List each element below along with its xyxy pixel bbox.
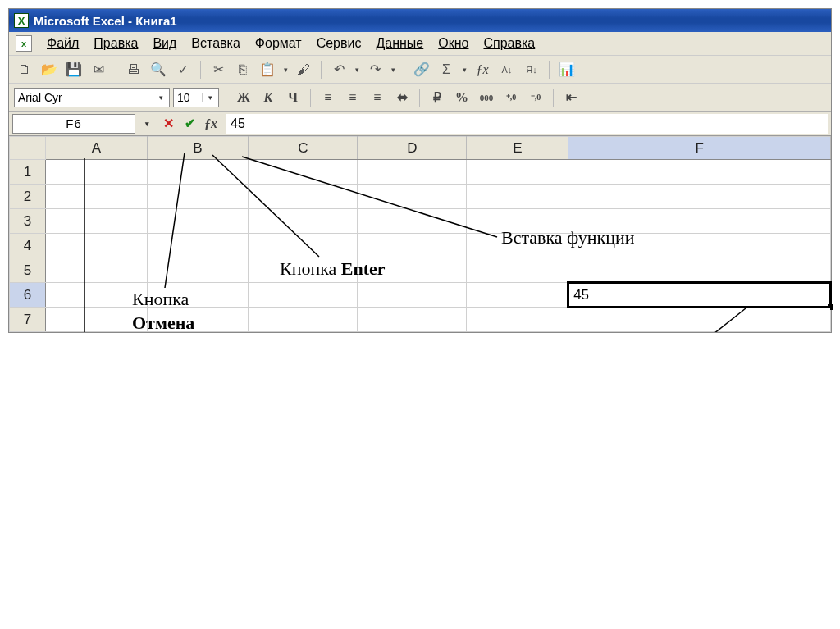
row-head-6[interactable]: 6 (10, 283, 46, 308)
cell[interactable] (147, 258, 249, 283)
cell[interactable] (249, 209, 358, 234)
row-head-3[interactable]: 3 (10, 209, 46, 234)
cell[interactable] (467, 234, 568, 258)
paste-dropdown[interactable]: ▾ (281, 66, 290, 74)
cell[interactable] (249, 185, 358, 209)
cell[interactable] (568, 258, 831, 283)
align-right-icon[interactable]: ≡ (367, 87, 388, 108)
menu-insert[interactable]: Вставка (191, 36, 240, 51)
preview-icon[interactable]: 🔍 (148, 59, 169, 80)
col-head-d[interactable]: D (358, 137, 467, 160)
percent-icon[interactable]: % (451, 87, 472, 108)
cell[interactable] (358, 234, 467, 258)
select-all-corner[interactable] (10, 137, 46, 160)
hyperlink-icon[interactable]: 🔗 (411, 59, 432, 80)
comma-icon[interactable]: 000 (476, 87, 497, 108)
row-head-5[interactable]: 5 (10, 258, 46, 283)
undo-icon[interactable]: ↶ (328, 59, 349, 80)
autosum-dropdown[interactable]: ▾ (460, 66, 468, 74)
cell[interactable] (467, 185, 568, 209)
mail-icon[interactable]: ✉ (88, 59, 109, 80)
name-box[interactable]: F6 (12, 114, 135, 134)
doc-icon[interactable]: x (16, 35, 32, 52)
cell[interactable] (147, 283, 249, 308)
cell[interactable] (358, 160, 467, 185)
font-size-combo[interactable]: 10 ▾ (173, 88, 219, 107)
cell[interactable] (249, 258, 358, 283)
cell[interactable] (467, 258, 568, 283)
cell[interactable] (467, 308, 568, 332)
new-icon[interactable]: 🗋 (14, 59, 35, 80)
menu-file[interactable]: Файл (47, 36, 79, 51)
col-head-b[interactable]: B (147, 137, 249, 160)
cell[interactable] (568, 160, 831, 185)
cell[interactable] (147, 209, 249, 234)
row-head-2[interactable]: 2 (10, 185, 46, 209)
menu-help[interactable]: Справка (483, 36, 535, 51)
cell[interactable] (568, 308, 831, 332)
spell-icon[interactable]: ✓ (172, 59, 194, 80)
cell[interactable] (358, 283, 467, 308)
cell[interactable] (46, 258, 148, 283)
print-icon[interactable]: 🖶 (123, 59, 144, 80)
enter-button[interactable]: ✔ (180, 114, 199, 134)
cell[interactable] (568, 209, 831, 234)
cell[interactable] (46, 160, 148, 185)
menu-data[interactable]: Данные (376, 36, 423, 51)
cell[interactable] (568, 234, 831, 258)
formula-input[interactable]: 45 (226, 114, 828, 134)
paste-icon[interactable]: 📋 (257, 59, 278, 80)
cell[interactable] (249, 308, 358, 332)
cell[interactable] (46, 308, 148, 332)
cell[interactable] (249, 160, 358, 185)
cell[interactable] (467, 209, 568, 234)
cell[interactable] (147, 160, 249, 185)
row-head-1[interactable]: 1 (10, 160, 46, 185)
open-icon[interactable]: 📂 (39, 59, 60, 80)
cell[interactable] (358, 308, 467, 332)
menu-tools[interactable]: Сервис (317, 36, 362, 51)
dec-decimal-icon[interactable]: ⁻,0 (525, 87, 546, 108)
sort-asc-icon[interactable]: A↓ (496, 59, 518, 80)
cell[interactable] (358, 258, 467, 283)
cell[interactable] (46, 209, 148, 234)
cell[interactable] (358, 209, 467, 234)
cell[interactable] (46, 185, 148, 209)
cell[interactable] (249, 234, 358, 258)
redo-icon[interactable]: ↷ (364, 59, 386, 80)
chevron-down-icon[interactable]: ▾ (202, 93, 215, 102)
col-head-c[interactable]: C (249, 137, 358, 160)
undo-dropdown[interactable]: ▾ (353, 66, 361, 74)
menu-view[interactable]: Вид (153, 36, 176, 51)
cell[interactable] (467, 160, 568, 185)
row-head-4[interactable]: 4 (10, 234, 46, 258)
col-head-e[interactable]: E (467, 137, 568, 160)
cell[interactable] (467, 283, 568, 308)
cancel-button[interactable]: ✕ (158, 114, 178, 134)
name-box-dropdown[interactable]: ▾ (137, 114, 157, 134)
save-icon[interactable]: 💾 (63, 59, 84, 80)
chart-icon[interactable]: 📊 (556, 59, 578, 80)
col-head-f[interactable]: F (568, 137, 831, 160)
sort-desc-icon[interactable]: Я↓ (521, 59, 542, 80)
redo-dropdown[interactable]: ▾ (389, 66, 397, 74)
bold-button[interactable]: Ж (233, 87, 254, 108)
fx-icon[interactable]: ƒx (472, 59, 493, 80)
align-center-icon[interactable]: ≡ (342, 87, 363, 108)
insert-function-button[interactable]: ƒx (201, 114, 221, 134)
autosum-icon[interactable]: Σ (436, 59, 457, 80)
active-cell[interactable]: 45 (568, 283, 831, 308)
italic-button[interactable]: К (258, 87, 279, 108)
cell[interactable] (568, 185, 831, 209)
cell[interactable] (46, 283, 148, 308)
cut-icon[interactable]: ✂ (208, 59, 229, 80)
align-left-icon[interactable]: ≡ (317, 87, 339, 108)
menu-edit[interactable]: Правка (94, 36, 138, 51)
col-head-a[interactable]: A (46, 137, 148, 160)
cell[interactable] (147, 185, 249, 209)
format-painter-icon[interactable]: 🖌 (293, 59, 314, 80)
chevron-down-icon[interactable]: ▾ (153, 93, 166, 102)
cell[interactable] (147, 234, 249, 258)
cell[interactable] (46, 234, 148, 258)
cell[interactable] (249, 283, 358, 308)
